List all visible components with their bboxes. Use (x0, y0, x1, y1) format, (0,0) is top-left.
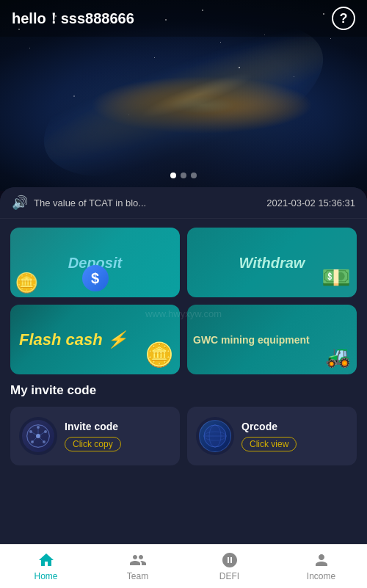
bottom-nav: Home Team DEFI Income (0, 544, 367, 588)
cash-emoji: 💵 (321, 264, 351, 291)
qrcode-title: Qrcode (241, 421, 348, 432)
gwc-label: GWC mining equipment (193, 333, 310, 346)
flash-label: Flash cash ⚡ (19, 330, 127, 349)
notification-text: The value of TCAT in blo... (34, 197, 146, 208)
flash-coin-emoji: 🪙 (145, 341, 174, 369)
income-icon (313, 551, 330, 569)
dot-2 (181, 173, 186, 178)
banner-dots (170, 173, 197, 178)
invite-code-icon (19, 417, 57, 455)
nav-defi[interactable]: DEFI (184, 547, 275, 586)
invite-section-title: My invite code (10, 383, 357, 398)
nav-team-label: Team (127, 571, 148, 581)
svg-point-2 (29, 430, 32, 433)
notif-left: 🔊 The value of TCAT in blo... (12, 195, 266, 211)
nav-defi-label: DEFI (219, 571, 239, 581)
network-svg (23, 421, 53, 451)
header: hello！sss888666 ? (0, 0, 367, 37)
invite-section: My invite code (0, 383, 367, 465)
globe-graphic (199, 420, 231, 452)
svg-line-9 (32, 436, 38, 442)
svg-point-0 (27, 425, 49, 447)
mining-emoji: 🚜 (325, 344, 351, 369)
qrcode-view-button[interactable]: Click view (241, 437, 297, 451)
notification-date: 2021-03-02 15:36:31 (266, 197, 355, 208)
invite-copy-button[interactable]: Click copy (65, 437, 121, 451)
flash-card[interactable]: Flash cash ⚡ 🪙 (10, 305, 180, 374)
svg-point-5 (43, 440, 46, 443)
defi-icon (221, 551, 239, 569)
svg-line-10 (38, 436, 44, 442)
withdraw-label: Withdraw (239, 254, 305, 272)
invite-cards: Invite code Click copy (10, 407, 357, 465)
invite-code-card[interactable]: Invite code Click copy (10, 407, 180, 465)
main-content: 🔊 The value of TCAT in blo... 2021-03-02… (0, 187, 367, 544)
invite-code-title: Invite code (65, 421, 171, 432)
dollar-icon: $ (82, 265, 109, 291)
svg-line-8 (38, 432, 46, 436)
gwc-card[interactable]: GWC mining equipment 🚜 (187, 305, 357, 374)
svg-point-16 (204, 425, 226, 447)
dot-3 (191, 173, 197, 178)
qrcode-info: Qrcode Click view (241, 421, 348, 451)
qrcode-card[interactable]: Qrcode Click view (187, 407, 357, 465)
svg-point-4 (31, 440, 34, 443)
svg-point-3 (44, 430, 47, 433)
team-icon (129, 551, 147, 569)
nav-home[interactable]: Home (0, 547, 92, 586)
network-graphic (22, 420, 54, 452)
nav-home-label: Home (34, 571, 57, 581)
invite-code-info: Invite code Click copy (65, 421, 171, 451)
globe-svg (200, 421, 230, 451)
nav-income[interactable]: Income (275, 547, 367, 586)
svg-line-7 (31, 432, 38, 436)
notification-bar: 🔊 The value of TCAT in blo... 2021-03-02… (0, 187, 367, 219)
svg-point-1 (36, 434, 40, 438)
dot-1 (170, 173, 176, 178)
greeting-text: hello！sss888666 (12, 9, 134, 29)
svg-point-6 (37, 426, 40, 429)
home-icon (37, 551, 55, 569)
nav-team[interactable]: Team (92, 547, 184, 586)
withdraw-card[interactable]: Withdraw 💵 (187, 228, 357, 297)
deposit-card[interactable]: Deposit $ 🪙 (10, 228, 180, 297)
help-button[interactable]: ? (332, 7, 355, 30)
coin-emoji: 🪙 (15, 272, 38, 294)
qrcode-icon (196, 417, 234, 455)
action-cards-grid: Deposit $ 🪙 Withdraw 💵 Flash cash ⚡ 🪙 GW… (0, 219, 367, 383)
speaker-icon: 🔊 (12, 195, 28, 211)
nav-income-label: Income (307, 571, 335, 581)
